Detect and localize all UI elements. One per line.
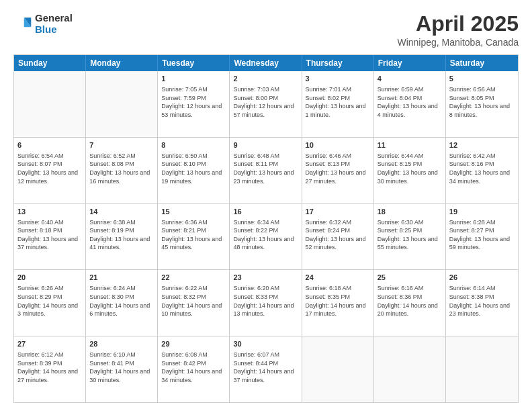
day-info: Sunrise: 6:52 AMSunset: 8:08 PMDaylight:… [89,152,154,185]
day-header-thursday: Thursday [302,55,374,71]
calendar-cell: 29Sunrise: 6:08 AMSunset: 8:42 PMDayligh… [158,336,230,402]
calendar: SundayMondayTuesdayWednesdayThursdayFrid… [13,54,519,403]
header: General Blue April 2025 Winnipeg, Manito… [13,12,519,48]
calendar-cell [302,336,374,402]
calendar-row-4: 20Sunrise: 6:26 AMSunset: 8:29 PMDayligh… [14,269,518,336]
calendar-cell: 13Sunrise: 6:40 AMSunset: 8:18 PMDayligh… [14,204,86,270]
day-info: Sunrise: 6:10 AMSunset: 8:41 PMDaylight:… [89,351,154,384]
day-info: Sunrise: 6:36 AMSunset: 8:21 PMDaylight:… [161,218,226,252]
calendar-cell: 27Sunrise: 6:12 AMSunset: 8:39 PMDayligh… [14,336,86,402]
day-info: Sunrise: 6:44 AMSunset: 8:15 PMDaylight:… [378,152,442,185]
day-number: 14 [89,207,154,217]
day-number: 21 [89,273,154,283]
day-info: Sunrise: 6:56 AMSunset: 8:05 PMDaylight:… [449,85,515,119]
calendar-cell: 4Sunrise: 6:59 AMSunset: 8:04 PMDaylight… [374,71,446,137]
calendar-cell [374,336,446,402]
day-number: 5 [449,74,515,84]
day-number: 2 [233,74,298,84]
calendar-cell: 14Sunrise: 6:38 AMSunset: 8:19 PMDayligh… [86,204,158,270]
calendar-row-2: 6Sunrise: 6:54 AMSunset: 8:07 PMDaylight… [14,137,518,203]
calendar-cell: 24Sunrise: 6:18 AMSunset: 8:35 PMDayligh… [302,270,374,336]
day-info: Sunrise: 6:14 AMSunset: 8:38 PMDaylight:… [449,284,515,318]
day-number: 30 [233,339,298,349]
day-info: Sunrise: 6:32 AMSunset: 8:24 PMDaylight:… [306,218,370,252]
calendar-cell: 20Sunrise: 6:26 AMSunset: 8:29 PMDayligh… [14,270,86,336]
day-number: 20 [17,273,82,283]
calendar-cell: 28Sunrise: 6:10 AMSunset: 8:41 PMDayligh… [86,336,158,402]
calendar-cell: 18Sunrise: 6:30 AMSunset: 8:25 PMDayligh… [374,204,446,270]
day-number: 10 [306,140,370,150]
day-number: 27 [17,339,82,349]
day-header-sunday: Sunday [14,55,86,71]
day-info: Sunrise: 6:42 AMSunset: 8:16 PMDaylight:… [449,152,515,185]
day-info: Sunrise: 6:48 AMSunset: 8:11 PMDaylight:… [233,152,298,185]
calendar-cell: 16Sunrise: 6:34 AMSunset: 8:22 PMDayligh… [230,204,302,270]
calendar-cell: 15Sunrise: 6:36 AMSunset: 8:21 PMDayligh… [158,204,230,270]
day-number: 19 [449,207,515,217]
day-header-wednesday: Wednesday [230,55,302,71]
day-number: 1 [161,74,226,84]
day-info: Sunrise: 6:40 AMSunset: 8:18 PMDaylight:… [17,218,82,252]
day-info: Sunrise: 6:07 AMSunset: 8:44 PMDaylight:… [233,351,298,384]
calendar-cell: 23Sunrise: 6:20 AMSunset: 8:33 PMDayligh… [230,270,302,336]
calendar-cell: 26Sunrise: 6:14 AMSunset: 8:38 PMDayligh… [446,270,518,336]
day-info: Sunrise: 6:38 AMSunset: 8:19 PMDaylight:… [89,218,154,252]
day-number: 9 [233,140,298,150]
calendar-cell: 3Sunrise: 7:01 AMSunset: 8:02 PMDaylight… [302,71,374,137]
day-info: Sunrise: 6:16 AMSunset: 8:36 PMDaylight:… [378,284,442,318]
day-info: Sunrise: 7:03 AMSunset: 8:00 PMDaylight:… [233,85,298,119]
day-info: Sunrise: 6:12 AMSunset: 8:39 PMDaylight:… [17,351,82,384]
calendar-cell: 10Sunrise: 6:46 AMSunset: 8:13 PMDayligh… [302,138,374,203]
day-number: 17 [306,207,370,217]
calendar-cell: 12Sunrise: 6:42 AMSunset: 8:16 PMDayligh… [446,138,518,203]
day-info: Sunrise: 6:24 AMSunset: 8:30 PMDaylight:… [89,284,154,318]
day-info: Sunrise: 6:22 AMSunset: 8:32 PMDaylight:… [161,284,226,318]
calendar-cell: 9Sunrise: 6:48 AMSunset: 8:11 PMDaylight… [230,138,302,203]
day-number: 29 [161,339,226,349]
day-number: 28 [89,339,154,349]
day-number: 23 [233,273,298,283]
day-header-monday: Monday [86,55,158,71]
day-number: 26 [449,273,515,283]
day-info: Sunrise: 6:34 AMSunset: 8:22 PMDaylight:… [233,218,298,252]
day-info: Sunrise: 7:01 AMSunset: 8:02 PMDaylight:… [306,85,370,119]
day-info: Sunrise: 6:26 AMSunset: 8:29 PMDaylight:… [17,284,82,318]
logo: General Blue [13,12,73,35]
day-header-friday: Friday [374,55,446,71]
day-header-saturday: Saturday [446,55,518,71]
page: General Blue April 2025 Winnipeg, Manito… [0,0,532,411]
day-number: 4 [378,74,442,84]
calendar-cell [14,71,86,137]
day-header-tuesday: Tuesday [158,55,230,71]
day-number: 12 [449,140,515,150]
title-block: April 2025 Winnipeg, Manitoba, Canada [397,12,519,48]
calendar-cell: 6Sunrise: 6:54 AMSunset: 8:07 PMDaylight… [14,138,86,203]
calendar-cell: 11Sunrise: 6:44 AMSunset: 8:15 PMDayligh… [374,138,446,203]
day-number: 11 [378,140,442,150]
day-number: 13 [17,207,82,217]
day-info: Sunrise: 6:08 AMSunset: 8:42 PMDaylight:… [161,351,226,384]
day-info: Sunrise: 6:46 AMSunset: 8:13 PMDaylight:… [306,152,370,185]
calendar-cell: 22Sunrise: 6:22 AMSunset: 8:32 PMDayligh… [158,270,230,336]
day-info: Sunrise: 6:18 AMSunset: 8:35 PMDaylight:… [306,284,370,318]
day-number: 15 [161,207,226,217]
day-info: Sunrise: 6:54 AMSunset: 8:07 PMDaylight:… [17,152,82,185]
day-info: Sunrise: 6:59 AMSunset: 8:04 PMDaylight:… [378,85,442,119]
day-info: Sunrise: 6:30 AMSunset: 8:25 PMDaylight:… [378,218,442,252]
calendar-cell: 17Sunrise: 6:32 AMSunset: 8:24 PMDayligh… [302,204,374,270]
calendar-row-3: 13Sunrise: 6:40 AMSunset: 8:18 PMDayligh… [14,203,518,270]
logo-icon [13,14,32,33]
calendar-cell: 5Sunrise: 6:56 AMSunset: 8:05 PMDaylight… [446,71,518,137]
day-number: 24 [306,273,370,283]
subtitle: Winnipeg, Manitoba, Canada [397,37,519,48]
day-number: 7 [89,140,154,150]
day-info: Sunrise: 6:28 AMSunset: 8:27 PMDaylight:… [449,218,515,252]
calendar-cell: 19Sunrise: 6:28 AMSunset: 8:27 PMDayligh… [446,204,518,270]
calendar-cell: 1Sunrise: 7:05 AMSunset: 7:59 PMDaylight… [158,71,230,137]
day-number: 18 [378,207,442,217]
day-number: 6 [17,140,82,150]
main-title: April 2025 [397,12,519,36]
calendar-body: 1Sunrise: 7:05 AMSunset: 7:59 PMDaylight… [14,71,518,402]
calendar-row-1: 1Sunrise: 7:05 AMSunset: 7:59 PMDaylight… [14,71,518,137]
calendar-cell [446,336,518,402]
